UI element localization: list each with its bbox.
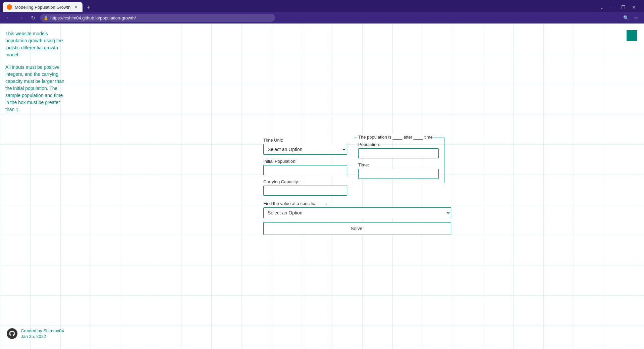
population-time-fieldset: The population is ____ after ____ time P… (354, 138, 444, 183)
form-left: Time Unit: Select an Option Days Weeks M… (263, 138, 347, 196)
active-tab[interactable]: Modelling Population Growth ✕ (3, 2, 83, 12)
time-field-group: Time: (358, 162, 440, 179)
carrying-capacity-field-group: Carrying Capacity: (263, 179, 347, 196)
time-unit-field-group: Time Unit: Select an Option Days Weeks M… (263, 138, 347, 155)
fieldset-legend: The population is ____ after ____ time (357, 135, 434, 140)
form-top-row: Time Unit: Select an Option Days Weeks M… (263, 138, 451, 196)
population-input[interactable] (358, 148, 439, 158)
back-button[interactable]: ← (4, 13, 13, 22)
population-field-group: Population: (358, 142, 440, 158)
page: This website models population growth us… (0, 23, 644, 349)
address-bar[interactable]: 🔒 https://rcshim04.github.io/population-… (40, 14, 275, 22)
form-container: Time Unit: Select an Option Days Weeks M… (263, 138, 451, 235)
time-unit-select[interactable]: Select an Option Days Weeks Months Years (263, 144, 347, 155)
minimize-button[interactable]: — (608, 3, 617, 12)
new-tab-button[interactable]: + (84, 3, 93, 12)
initial-population-field-group: Initial Population: (263, 159, 347, 175)
find-label: Find the value at a specific ____: (263, 201, 451, 206)
description-paragraph-1: This website models population growth us… (5, 30, 65, 58)
refresh-button[interactable]: ↻ (28, 13, 38, 22)
find-select[interactable]: Select an Option Population Time (263, 207, 451, 218)
find-section: Find the value at a specific ____: Selec… (263, 201, 451, 218)
address-text: https://rcshim04.github.io/population-gr… (50, 15, 136, 20)
initial-population-input[interactable] (263, 165, 347, 175)
population-label: Population: (358, 142, 440, 147)
carrying-capacity-label: Carrying Capacity: (263, 179, 347, 184)
initial-population-label: Initial Population: (263, 159, 347, 164)
description-paragraph-2: All inputs must be positive integers, an… (5, 64, 65, 113)
sidebar-description: This website models population growth us… (0, 23, 70, 349)
browser-chrome: Modelling Population Growth ✕ + ⌄ — ❐ ✕ … (0, 0, 644, 23)
solve-button[interactable]: Solve! (263, 222, 451, 235)
tab-list-button[interactable]: ⌄ (597, 3, 606, 12)
main-area: Time Unit: Select an Option Days Weeks M… (70, 23, 644, 349)
close-button[interactable]: ✕ (629, 3, 639, 12)
time-label: Time: (358, 162, 440, 167)
find-field-group: Find the value at a specific ____: Selec… (263, 201, 451, 218)
forward-button[interactable]: → (16, 13, 25, 22)
tab-close-button[interactable]: ✕ (73, 4, 78, 10)
toolbar: ← → ↻ 🔒 https://rcshim04.github.io/popul… (0, 12, 644, 23)
tab-title: Modelling Population Growth (15, 5, 70, 10)
tab-favicon (7, 4, 12, 10)
star-icon[interactable]: ☆ (632, 14, 640, 22)
time-unit-label: Time Unit: (263, 138, 347, 143)
search-icon[interactable]: 🔍 (622, 14, 630, 22)
tab-bar: Modelling Population Growth ✕ + ⌄ — ❐ ✕ (0, 0, 644, 12)
tab-bar-right: ⌄ — ❐ ✕ (597, 3, 641, 12)
maximize-button[interactable]: ❐ (619, 3, 628, 12)
page-content: This website models population growth us… (0, 23, 644, 349)
carrying-capacity-input[interactable] (263, 186, 347, 196)
toolbar-icons: 🔍 ☆ (622, 14, 640, 22)
time-input[interactable] (358, 169, 439, 179)
lock-icon: 🔒 (44, 16, 48, 20)
